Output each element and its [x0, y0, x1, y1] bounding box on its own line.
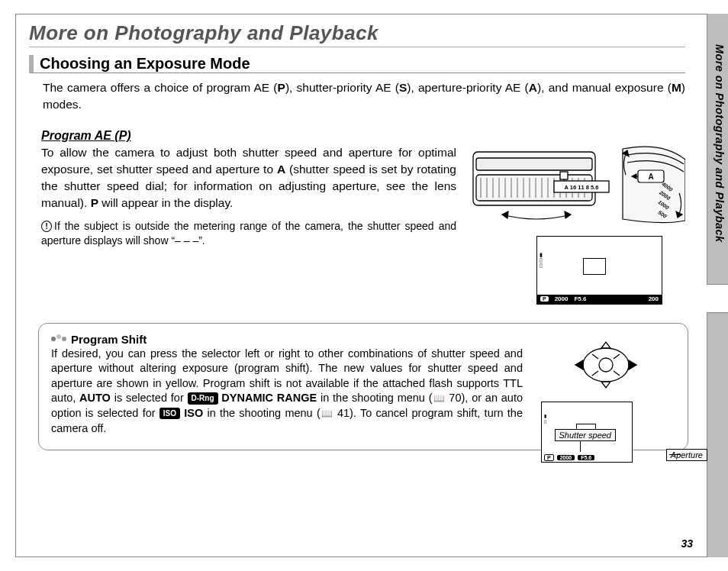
mini-lcd-side: ▮▯: [544, 413, 546, 424]
tip-icon: [51, 337, 66, 341]
c-t4: in the shoot­ing menu (: [203, 407, 320, 419]
leader-line-ss: [580, 441, 581, 452]
dial-a-marker: A: [648, 173, 653, 181]
intro-part1: The camera offers a choice of program AE…: [43, 81, 278, 94]
lens-dial-figure: A 16 11 8 5.6 A: [472, 144, 685, 228]
book-icon-2: 📖: [321, 408, 333, 420]
mode-p: P: [278, 81, 285, 94]
book-icon: 📖: [433, 392, 445, 405]
lcd-status-bar: P 2000 F5.6 200: [537, 295, 662, 304]
program-ae-block: To allow the camera to adjust both shutt…: [29, 144, 685, 248]
body-a-bold: A: [277, 163, 285, 176]
svg-point-32: [599, 358, 613, 372]
mini-p-badge: P: [544, 454, 554, 461]
callout-title-text: Program Shift: [71, 333, 147, 346]
note-text: If the subject is outside the metering r…: [41, 220, 456, 247]
callout-body: If desired, you can press the selector l…: [51, 347, 523, 436]
c-t2: is selected for: [111, 392, 188, 404]
mini-lcd-bar: P 2000 F5.6: [542, 453, 632, 462]
intro-part3: ), aperture-priority AE (: [407, 81, 528, 94]
section-heading: Choosing an Exposure Mode: [29, 55, 685, 73]
iso-badge: ISO: [159, 408, 180, 420]
c-auto: AUTO: [79, 392, 111, 404]
lcd-side-scale: ▮▯▯: [540, 252, 543, 268]
page-content: More on Photography and Playback Choosin…: [29, 21, 685, 450]
intro-part4: ), and manual exposure (: [537, 81, 672, 94]
program-ae-body: To allow the camera to adjust both shutt…: [41, 144, 456, 211]
metering-note: !If the subject is outside the metering …: [41, 219, 456, 248]
program-shift-callout: Program Shift If desired, you can press …: [38, 323, 688, 450]
page-number: 33: [681, 537, 693, 550]
leader-line-ap: [669, 454, 680, 455]
label-shutter-speed: Shutter speed: [555, 429, 617, 441]
c-iso: ISO: [180, 407, 203, 419]
lens-dial-svg: A 16 11 8 5.6 A: [472, 144, 685, 228]
mini-shutter: 2000: [557, 455, 575, 460]
lcd-iso: 200: [649, 295, 659, 302]
intro-paragraph: The camera offers a choice of program AE…: [29, 78, 685, 123]
lcd-shutter: 2000: [555, 295, 569, 302]
lcd-preview-figure: ▮▯▯ P 2000 F5.6 200: [536, 236, 662, 312]
svg-marker-25: [565, 211, 571, 218]
c-t3: in the shooting menu (: [317, 392, 432, 404]
c-dynamic-range: DYNAMIC RANGE: [218, 392, 317, 404]
lcd-fstop: F5.6: [574, 295, 586, 302]
aperture-ring-numbers: A 16 11 8 5.6: [565, 184, 599, 191]
body-c: will appear in the display.: [98, 196, 233, 209]
selector-icon: [541, 340, 671, 394]
svg-marker-24: [502, 211, 508, 218]
label-aperture: Aperture: [666, 449, 707, 461]
lcd-p-badge: P: [540, 296, 549, 302]
note-icon: !: [41, 221, 52, 232]
side-tab-text: More on Photography and Playback: [714, 44, 726, 242]
lcd-frame: ▮▯▯ P 2000 F5.6 200: [536, 236, 662, 305]
lcd-focus-box: [583, 258, 606, 275]
mode-s: S: [399, 81, 407, 94]
svg-rect-1: [476, 158, 592, 170]
intro-part2: ), shutter-priority AE (: [285, 81, 399, 94]
page-title: More on Photography and Playback: [29, 21, 685, 47]
mode-m: M: [672, 81, 681, 94]
mode-a: A: [529, 81, 537, 94]
drng-badge: D-Rng: [188, 392, 218, 405]
mini-fstop: F5.6: [578, 455, 594, 460]
body-b-bold: P: [91, 196, 98, 209]
callout-figure: ▮▯ P 2000 F5.6 Shutter speed Aperture: [541, 340, 671, 463]
side-tab: More on Photography and Playback: [711, 44, 728, 327]
subsection-heading: Program AE (P): [41, 129, 685, 143]
svg-rect-22: [560, 172, 568, 179]
